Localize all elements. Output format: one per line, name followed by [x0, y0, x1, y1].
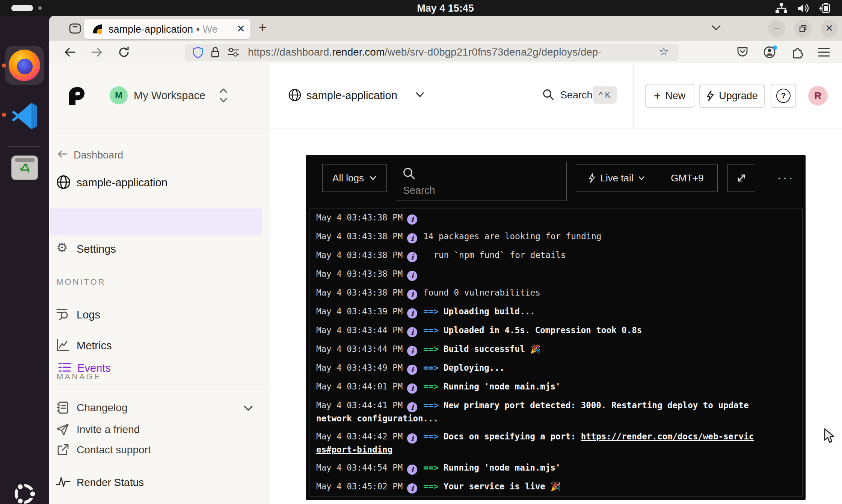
invite-paper-plane-icon	[56, 423, 70, 437]
tab-bar: sample-application•We ✕ + – ✕	[49, 16, 842, 41]
log-arrow-green: ==>	[423, 481, 439, 491]
log-timestamp: May 4 03:45:02 PM	[316, 481, 403, 491]
pocket-icon[interactable]	[736, 46, 749, 58]
workspace-indicator-dot	[38, 6, 42, 10]
info-icon: i	[407, 483, 417, 493]
network-icon[interactable]	[774, 3, 788, 14]
workspace-name[interactable]: My Workspace	[134, 89, 205, 102]
render-logo[interactable]	[66, 85, 88, 107]
url-bar[interactable]: https://dashboard.render.com/web/srv-d0b…	[185, 44, 679, 61]
info-icon: i	[407, 308, 417, 318]
url-text[interactable]: https://dashboard.render.com/web/srv-d0b…	[248, 46, 804, 58]
log-timestamp: May 4 03:44:01 PM	[316, 382, 403, 391]
sidebar-item-changelog[interactable]: Changelog	[77, 402, 127, 414]
sidebar-item-settings[interactable]: Settings	[77, 243, 116, 255]
live-tail-button[interactable]: Live tail	[576, 164, 657, 192]
log-timestamp: May 4 03:44:42 PM	[316, 432, 403, 441]
log-timestamp: May 4 03:43:44 PM	[316, 325, 403, 335]
log-row: May 4 03:43:38 PMifound 0 vulnerabilitie…	[316, 287, 795, 300]
shield-icon[interactable]	[192, 47, 204, 59]
log-timestamp: May 4 03:43:38 PM	[316, 250, 403, 260]
reload-icon[interactable]	[117, 46, 131, 59]
filter-chevron-down-icon	[369, 175, 377, 181]
maximize-button[interactable]	[794, 20, 812, 37]
battery-charging-icon[interactable]	[819, 3, 834, 14]
forward-icon[interactable]	[90, 46, 104, 59]
system-clock[interactable]: May 4 15:45	[417, 3, 474, 14]
sidebar-globe-icon	[56, 174, 71, 190]
volume-icon[interactable]	[797, 3, 810, 14]
header-search-icon[interactable]	[542, 89, 554, 101]
log-arrow-blue: ==>	[423, 432, 439, 441]
service-chevron-down-icon[interactable]	[415, 92, 424, 98]
workspace-updown-icon[interactable]	[219, 87, 228, 104]
new-button[interactable]: + New	[645, 84, 694, 108]
log-panel-menu-icon[interactable]: ···	[772, 164, 800, 192]
firefox-icon[interactable]	[9, 50, 40, 81]
changelog-chevron-down-icon[interactable]	[243, 405, 253, 412]
log-row: May 4 03:44:42 PMi==>Docs on specifying …	[316, 430, 795, 456]
close-window-button[interactable]: ✕	[821, 20, 838, 37]
vscode-icon[interactable]	[11, 101, 38, 129]
extensions-puzzle-icon[interactable]	[791, 46, 804, 59]
log-row: May 4 03:43:49 PMi==>Deploying...	[316, 362, 795, 375]
firefox-view-icon[interactable]	[69, 23, 81, 35]
workspace-indicator-pill	[11, 5, 33, 11]
tab-list-chevron-icon[interactable]	[711, 24, 721, 32]
firefox-globe	[17, 59, 33, 74]
navigation-bar: https://dashboard.render.com/web/srv-d0b…	[49, 41, 842, 63]
info-icon: i	[407, 433, 417, 444]
header-search-label[interactable]: Search	[560, 89, 593, 101]
manage-section-label: MANAGE	[56, 372, 101, 382]
expand-logs-icon[interactable]	[727, 164, 755, 192]
timezone-button[interactable]: GMT+9	[657, 164, 717, 192]
sidebar-item-logs[interactable]: Logs	[77, 309, 100, 321]
bookmark-star-icon[interactable]: ☆	[659, 45, 669, 58]
log-search-input[interactable]: Search	[396, 162, 567, 201]
log-timestamp: May 4 03:43:38 PM	[316, 288, 403, 297]
monitor-section-label: MONITOR	[56, 277, 106, 287]
log-output-area[interactable]: May 4 03:43:38 PMiMay 4 03:43:38 PMi14 p…	[309, 208, 803, 496]
account-icon[interactable]	[763, 45, 778, 59]
sidebar-service-name[interactable]: sample-application	[77, 177, 167, 189]
permissions-icon[interactable]	[227, 47, 240, 57]
tab-separator: •	[193, 24, 202, 35]
log-rows: May 4 03:43:38 PMiMay 4 03:43:38 PMi14 p…	[316, 211, 795, 493]
sidebar-item-invite[interactable]: Invite a friend	[77, 424, 140, 436]
log-message: 14 packages are looking for funding	[423, 231, 601, 241]
log-row: May 4 03:43:38 PMi14 packages are lookin…	[316, 230, 795, 243]
new-tab-button[interactable]: +	[259, 20, 267, 35]
sidebar-item-contact-support[interactable]: Contact support	[77, 444, 151, 456]
sidebar-item-render-status[interactable]: Render Status	[77, 477, 144, 489]
changelog-icon	[56, 400, 70, 415]
user-avatar[interactable]: R	[808, 86, 828, 106]
ubuntu-dock	[0, 16, 49, 504]
sidebar-item-dashboard[interactable]: Dashboard	[74, 149, 123, 161]
log-message: Deploying...	[444, 363, 505, 373]
log-arrow-blue: ==>	[423, 363, 439, 373]
log-arrow-blue: ==>	[423, 325, 439, 335]
minimize-button[interactable]: –	[768, 20, 785, 37]
tab-close-icon[interactable]: ✕	[237, 23, 245, 35]
back-arrow-icon[interactable]	[56, 149, 68, 159]
service-selector[interactable]: sample-application	[306, 89, 397, 102]
help-button[interactable]: ?	[771, 84, 796, 108]
browser-tab[interactable]: sample-application•We ✕	[84, 19, 250, 39]
log-filter-dropdown[interactable]: All logs	[322, 164, 387, 192]
service-globe-icon	[288, 88, 302, 102]
log-timestamp: May 4 03:43:38 PM	[316, 231, 403, 241]
hamburger-menu-icon[interactable]	[818, 47, 830, 57]
log-arrow-blue: ==>	[423, 306, 439, 316]
info-icon: i	[407, 327, 417, 337]
info-icon: i	[407, 252, 417, 262]
ubuntu-app-grid-icon[interactable]	[12, 482, 36, 504]
workspace-avatar[interactable]: M	[110, 86, 128, 104]
render-dashboard-page: M My Workspace sample-application Search…	[49, 63, 842, 504]
log-row: May 4 03:44:41 PMi==>New primary port de…	[316, 399, 795, 425]
lock-icon[interactable]	[210, 46, 221, 58]
sidebar-item-metrics[interactable]: Metrics	[77, 340, 112, 352]
back-icon[interactable]	[63, 46, 77, 59]
upgrade-button[interactable]: Upgrade	[699, 84, 765, 108]
dock-divider	[8, 146, 41, 147]
sidebar-item-events[interactable]: Events	[50, 208, 262, 235]
